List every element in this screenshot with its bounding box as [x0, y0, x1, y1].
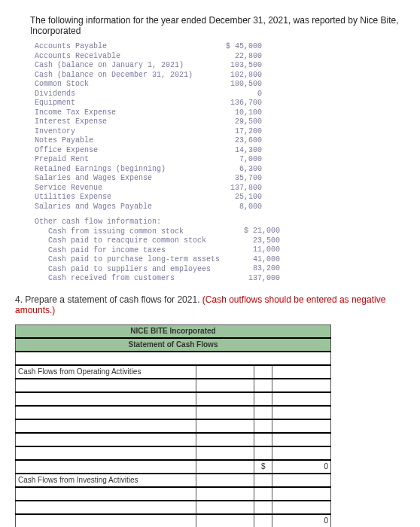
cell[interactable]	[272, 392, 331, 406]
cell[interactable]	[272, 474, 331, 487]
other-labels: Cash from issuing common stock Cash paid…	[35, 227, 220, 284]
cell[interactable]	[16, 501, 196, 514]
cell[interactable]	[272, 487, 331, 501]
account-values: $ 45,000 22,800 103,500 102,800 180,500 …	[202, 42, 405, 212]
cell[interactable]	[254, 419, 272, 433]
cell[interactable]	[16, 419, 196, 433]
cell[interactable]	[272, 365, 331, 379]
cell[interactable]: 0	[272, 460, 331, 474]
other-cashflow: Other cash flow information: Cash from i…	[30, 218, 405, 284]
cash-flow-sheet: NICE BITE Incorporated Statement of Cash…	[15, 324, 331, 528]
other-values: $ 21,000 23,500 11,000 41,000 83,200 137…	[220, 218, 420, 284]
cell[interactable]	[254, 487, 272, 501]
cell[interactable]	[16, 487, 196, 501]
cell[interactable]	[254, 501, 272, 514]
cell[interactable]	[196, 365, 254, 379]
cell[interactable]	[254, 514, 272, 528]
q4-prefix: 4. Prepare a statement of cash flows for…	[15, 294, 202, 305]
cell[interactable]	[254, 446, 272, 460]
account-labels: Accounts Payable Accounts Receivable Cas…	[30, 42, 202, 212]
cell[interactable]	[196, 433, 254, 446]
account-balances: Accounts Payable Accounts Receivable Cas…	[30, 42, 405, 212]
cell[interactable]	[196, 514, 254, 528]
cell[interactable]: $	[254, 460, 272, 474]
cell[interactable]: 0	[272, 514, 331, 528]
cell[interactable]	[16, 406, 196, 419]
cell[interactable]	[16, 460, 196, 474]
cell[interactable]	[196, 406, 254, 419]
cell[interactable]	[254, 392, 272, 406]
cell[interactable]	[16, 379, 196, 392]
cell[interactable]	[196, 419, 254, 433]
cell[interactable]	[254, 406, 272, 419]
cell[interactable]	[16, 433, 196, 446]
section-operating[interactable]: Cash Flows from Operating Activities	[16, 365, 196, 379]
cell[interactable]	[196, 392, 254, 406]
sheet-title-2: Statement of Cash Flows	[16, 338, 331, 352]
cell[interactable]	[272, 501, 331, 514]
cell[interactable]	[196, 379, 254, 392]
cell[interactable]	[254, 379, 272, 392]
intro-text: The following information for the year e…	[30, 15, 405, 36]
cell[interactable]	[16, 392, 196, 406]
cell[interactable]	[16, 514, 196, 528]
cell[interactable]	[254, 433, 272, 446]
cell[interactable]	[272, 406, 331, 419]
sheet-title-1: NICE BITE Incorporated	[16, 324, 331, 338]
cell[interactable]	[16, 446, 196, 460]
question-4: 4. Prepare a statement of cash flows for…	[15, 294, 405, 315]
cell[interactable]	[196, 501, 254, 514]
cell[interactable]	[196, 446, 254, 460]
cell[interactable]	[254, 474, 272, 487]
cell[interactable]	[196, 487, 254, 501]
cell[interactable]	[272, 419, 331, 433]
cell[interactable]	[196, 460, 254, 474]
section-investing[interactable]: Cash Flows from Investing Activities	[16, 474, 196, 487]
cell[interactable]	[272, 379, 331, 392]
cell[interactable]	[272, 446, 331, 460]
blank-row[interactable]	[16, 352, 331, 365]
cell[interactable]	[254, 365, 272, 379]
other-head: Other cash flow information:	[35, 218, 220, 227]
cell[interactable]	[272, 433, 331, 446]
cell[interactable]	[196, 474, 254, 487]
